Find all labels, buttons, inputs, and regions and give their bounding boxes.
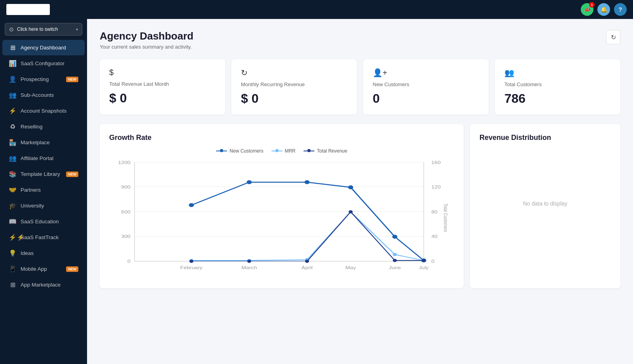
stat-card-label: Monthly Recurring Revenue	[241, 81, 347, 87]
sidebar-item-icon: 🎓	[9, 202, 17, 209]
svg-point-38	[190, 260, 193, 263]
legend-dot	[216, 151, 227, 151]
refresh-button[interactable]: ↻	[606, 30, 620, 44]
growth-chart-card: Growth Rate New Customers MRR Total Reve…	[100, 124, 464, 288]
page-title: Agency Dashboard	[100, 30, 193, 42]
sidebar-item-reselling[interactable]: ♻ Reselling	[2, 119, 85, 134]
sidebar-item-label: Template Library	[21, 171, 62, 177]
svg-text:February: February	[180, 265, 203, 270]
svg-text:600: 600	[121, 209, 131, 214]
growth-chart-title: Growth Rate	[109, 134, 454, 142]
stat-card-total-customers: 👥 Total Customers 786	[495, 59, 620, 115]
sidebar-item-label: University	[21, 203, 78, 209]
megaphone-icon: 📣	[584, 6, 591, 13]
sidebar-item-icon: 📊	[9, 60, 17, 67]
sidebar-item-label: SaaS FastTrack	[21, 234, 78, 240]
sidebar-item-account-snapshots[interactable]: ⚡ Account Snapshots	[2, 103, 85, 119]
stat-card-value: 786	[504, 91, 611, 106]
sidebar-item-icon: 🤝	[9, 186, 17, 194]
page-header-text: Agency Dashboard Your current sales summ…	[100, 30, 193, 50]
sidebar-item-ideas[interactable]: 💡 Ideas	[2, 245, 85, 261]
bell-button[interactable]: 🔔	[597, 3, 610, 16]
sidebar-item-icon: ⊞	[9, 281, 17, 289]
svg-point-41	[349, 210, 353, 213]
svg-point-36	[393, 253, 397, 256]
sidebar-item-saas-configurator[interactable]: 📊 SaaS Configurator	[2, 56, 85, 71]
sidebar-item-icon: 📱	[9, 265, 17, 273]
stat-card-new-customers: 👤+ New Customers 0	[363, 59, 489, 115]
help-button[interactable]: ?	[614, 3, 627, 16]
sidebar-item-label: Affiliate Portal	[21, 155, 78, 161]
megaphone-badge: 1	[589, 2, 595, 8]
sidebar-item-label: Prospecting	[21, 76, 62, 82]
stat-card-icon: ↻	[241, 68, 347, 77]
legend-item-total-revenue: Total Revenue	[303, 148, 347, 154]
sidebar-item-university[interactable]: 🎓 University	[2, 198, 85, 213]
chart-wrapper: 0 300 600 900 1200 0 40 80 120 160 Total…	[109, 158, 454, 279]
svg-text:July: July	[419, 265, 429, 270]
stat-card-label: Total Revenue Last Month	[109, 81, 216, 87]
stat-card-value: $ 0	[241, 91, 347, 106]
legend-dot	[303, 151, 315, 151]
legend-dot	[271, 151, 282, 151]
stat-card-value: $ 0	[109, 91, 216, 106]
svg-text:120: 120	[431, 185, 441, 189]
badge-new: New	[66, 172, 78, 177]
sidebar-items: ⊞ Agency Dashboard 📊 SaaS Configurator 👤…	[0, 40, 87, 293]
stat-card-total-revenue: $ Total Revenue Last Month $ 0	[100, 59, 225, 115]
megaphone-button[interactable]: 📣 1	[581, 3, 593, 16]
sidebar: ⊙ Click here to switch ▾ ⊞ Agency Dashbo…	[0, 19, 87, 364]
switch-button[interactable]: ⊙ Click here to switch ▾	[5, 23, 82, 36]
sidebar-item-agency-dashboard[interactable]: ⊞ Agency Dashboard	[2, 40, 85, 55]
sidebar-item-sub-accounts[interactable]: 👥 Sub-Accounts	[2, 87, 85, 103]
sidebar-item-template-library[interactable]: 📚 Template Library New	[2, 166, 85, 182]
svg-point-27	[247, 180, 252, 184]
svg-text:April: April	[301, 265, 313, 270]
revenue-distribution-title: Revenue Distribution	[479, 134, 611, 142]
legend-label: MRR	[285, 148, 296, 154]
sidebar-item-label: App Marketplace	[21, 282, 78, 288]
sidebar-item-saas-education[interactable]: 📖 SaaS Education	[2, 214, 85, 229]
legend-label: Total Revenue	[317, 148, 347, 154]
top-nav-icons: 📣 1 🔔 ?	[581, 3, 627, 16]
svg-text:160: 160	[431, 160, 441, 165]
stat-card-icon: $	[109, 68, 216, 77]
svg-text:March: March	[241, 265, 257, 270]
sidebar-item-icon: 👥	[9, 155, 17, 162]
sidebar-item-label: Partners	[21, 187, 78, 193]
sidebar-item-label: Sub-Accounts	[21, 92, 78, 98]
charts-row: Growth Rate New Customers MRR Total Reve…	[100, 124, 620, 288]
svg-point-26	[189, 203, 194, 207]
sidebar-item-icon: 👤	[9, 75, 17, 83]
badge-new: New	[66, 77, 78, 82]
svg-text:0: 0	[431, 259, 434, 264]
logo	[6, 4, 50, 15]
sidebar-item-marketplace[interactable]: 🏪 Marketplace	[2, 135, 85, 150]
sidebar-item-label: SaaS Education	[21, 219, 78, 224]
svg-text:80: 80	[431, 209, 438, 214]
page-subtitle: Your current sales summary and activity.	[100, 44, 193, 50]
svg-point-28	[305, 180, 310, 184]
main-content: Agency Dashboard Your current sales summ…	[87, 19, 633, 364]
svg-text:40: 40	[431, 234, 438, 239]
sidebar-item-saas-fasttrack[interactable]: ⚡⚡ SaaS FastTrack	[2, 230, 85, 245]
svg-point-43	[422, 259, 426, 262]
sidebar-item-partners[interactable]: 🤝 Partners	[2, 182, 85, 198]
switch-icon: ⊙	[9, 26, 14, 32]
sidebar-item-mobile-app[interactable]: 📱 Mobile App New	[2, 261, 85, 277]
sidebar-item-label: Marketplace	[21, 140, 78, 145]
revenue-distribution-card: Revenue Distribution No data to display	[470, 124, 620, 288]
sidebar-item-icon: 💡	[9, 249, 17, 257]
sidebar-item-app-marketplace[interactable]: ⊞ App Marketplace	[2, 277, 85, 292]
svg-point-39	[247, 260, 251, 263]
legend-item-new-customers: New Customers	[216, 148, 263, 154]
sidebar-item-icon: ⚡	[9, 107, 17, 115]
svg-text:900: 900	[121, 185, 131, 189]
sidebar-item-prospecting[interactable]: 👤 Prospecting New	[2, 72, 85, 87]
chevron-down-icon: ▾	[76, 27, 78, 32]
sidebar-item-label: Mobile App	[21, 266, 62, 272]
svg-point-29	[348, 185, 353, 189]
stat-card-label: Total Customers	[504, 81, 611, 87]
sidebar-item-affiliate-portal[interactable]: 👥 Affiliate Portal	[2, 151, 85, 166]
sidebar-item-label: Agency Dashboard	[21, 45, 78, 51]
